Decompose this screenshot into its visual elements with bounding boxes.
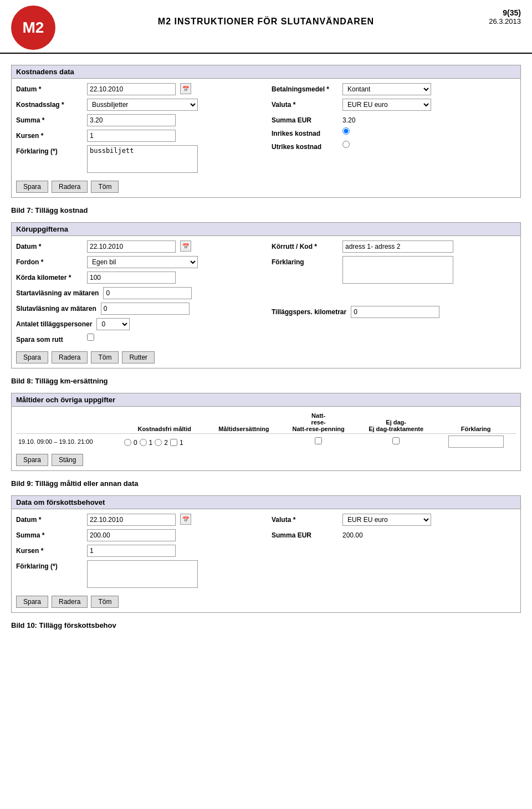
col-nattrese-text: Natt-rese-penning [293,426,345,432]
col-kostnadsfri: Kostnadsfri måltid [122,411,207,434]
kostnadsslag-label: Kostnadsslag * [16,99,83,109]
kor-datum-input[interactable] [87,240,176,253]
betalningsmedel-select[interactable]: Kontant [342,83,431,95]
kor-forklaring-textarea[interactable] [342,256,453,284]
utrikes-radio[interactable] [342,141,350,148]
spara-som-rutt-checkbox[interactable] [87,334,94,341]
spara-button[interactable]: Spara [16,181,48,193]
nattrese-checkbox[interactable] [315,437,322,444]
radera-button[interactable]: Radera [52,181,88,193]
kor-rutter-button[interactable]: Rutter [122,351,155,363]
slutavlasning-input[interactable] [101,303,190,315]
checkbox-1[interactable] [170,439,177,446]
maltid-header-row: Kostnadsfri måltid Måltidsersättning Nat… [16,411,516,434]
radio-kostnadsfri-2[interactable] [155,439,162,446]
tillaggspers-input[interactable] [351,306,439,318]
kor-two-col: Datum * 📅 Fordon * Egen bil Körda kilome… [16,240,516,347]
forklaring-row: Förklaring (*) bussbiljett [16,145,260,173]
forskott-col-left: Datum * 📅 Summa * Kursen * [16,514,260,591]
forskott-tom-button[interactable]: Töm [91,596,119,608]
ej-dag-checkbox[interactable] [392,437,400,444]
forskott-forklaring-row: Förklaring (*) [16,560,260,588]
caption-7: Bild 7: Tillägg kostnad [11,206,521,214]
korrutt-row: Körrutt / Kod * [272,240,516,253]
kor-datum-row: Datum * 📅 [16,240,260,253]
antalet-select[interactable]: 0 [96,318,130,330]
forklaring-textarea[interactable]: bussbiljett [87,145,198,173]
col-forklaring: Förklaring [436,411,516,434]
radio-kostnadsfri-0[interactable] [124,439,131,446]
forskott-spara-button[interactable]: Spara [16,596,48,608]
caption-10: Bild 10: Tillägg förskottsbehov [11,621,521,629]
tillaggspers-row: Tilläggspers. kilometrar [272,306,516,318]
kostnad-col-right: Betalningsmedel * Kontant Valuta * EUR E… [272,83,516,176]
header-date: 26.3.2013 [477,17,521,25]
panel-kostnad: Kostnadens data Datum * 📅 Kostnadsslag *… [11,65,521,198]
forskott-summa-row: Summa * [16,529,260,541]
slutavlasning-label: Slutavläsning av mätaren [16,303,96,313]
forskott-kursen-input[interactable] [87,545,176,557]
maltid-stang-button[interactable]: Stäng [52,454,83,466]
forskott-calendar-icon[interactable]: 📅 [180,514,191,525]
inrikes-radio[interactable] [342,127,350,135]
spara-som-rutt-label: Spara som rutt [16,334,83,344]
datum-input[interactable] [87,83,176,95]
forskott-kursen-label: Kursen * [16,545,83,555]
datum-calendar-icon[interactable]: 📅 [180,83,191,94]
page-title: M2 INSTRUKTIONER FÖR SLUTANVÄNDAREN [158,17,374,26]
kursen-input[interactable] [87,130,176,142]
caption-7-text: Bild 7: Tillägg kostnad [11,206,88,214]
kor-col-right: Körrutt / Kod * Förklaring Tilläggspers.… [272,240,516,347]
radio-2-label: 2 [164,439,168,447]
summa-input[interactable] [87,114,176,126]
page-number: 9(35) [477,8,521,17]
forskott-valuta-select[interactable]: EUR EU euro [342,514,431,526]
maltid-spara-button[interactable]: Spara [16,454,48,466]
kor-radera-button[interactable]: Radera [52,351,88,363]
summa-label: Summa * [16,114,83,124]
valuta-select[interactable]: EUR EU euro [342,99,431,111]
inrikes-label: Inrikes kostnad [272,127,338,137]
korda-km-row: Körda kilometer * [16,272,260,284]
forskott-forklaring-label: Förklaring (*) [16,560,83,570]
fordon-select[interactable]: Egen bil [87,256,198,268]
forskott-summa-eur-label: Summa EUR [272,529,338,539]
maltid-forklaring-input[interactable] [448,436,504,448]
panel-forskott-body: Datum * 📅 Summa * Kursen * [12,509,520,612]
main-content: Kostnadens data Datum * 📅 Kostnadsslag *… [0,59,532,643]
panel-forskott: Data om förskottsbehovet Datum * 📅 Summa… [11,495,521,613]
forskott-radera-button[interactable]: Radera [52,596,88,608]
maltid-ej-dag-cell [356,434,436,450]
startavlasning-row: Startavläsning av mätaren [16,287,260,299]
kor-col-left: Datum * 📅 Fordon * Egen bil Körda kilome… [16,240,260,347]
tom-button[interactable]: Töm [91,181,119,193]
utrikes-label: Utrikes kostnad [272,141,338,151]
forskott-forklaring-textarea[interactable] [87,560,198,588]
korrutt-input[interactable] [342,240,453,253]
antalet-row: Antalet tilläggspersoner 0 [16,318,260,330]
forskott-summa-input[interactable] [87,529,176,541]
col-ej-dag: Ej dag-Ej dag-traktamente [356,411,436,434]
panel-kor-body: Datum * 📅 Fordon * Egen bil Körda kilome… [12,236,520,368]
kostnad-two-col: Datum * 📅 Kostnadsslag * Bussbiljetter S… [16,83,516,176]
maltid-data-row: 19.10. 09:00 – 19.10. 21:00 0 1 2 1 [16,434,516,450]
forskott-datum-input[interactable] [87,514,176,526]
forklaring-label: Förklaring (*) [16,145,83,155]
summa-eur-label: Summa EUR [272,114,338,124]
maltid-nattrese-cell [280,434,356,450]
betalningsmedel-label: Betalningsmedel * [272,83,338,93]
kostnad-col-left: Datum * 📅 Kostnadsslag * Bussbiljetter S… [16,83,260,176]
korda-km-input[interactable] [87,272,176,284]
kor-calendar-icon[interactable]: 📅 [180,240,191,252]
kor-spara-button[interactable]: Spara [16,351,48,363]
kor-tom-button[interactable]: Töm [91,351,119,363]
startavlasning-input[interactable] [103,287,192,299]
forskott-kursen-row: Kursen * [16,545,260,557]
kostnadsslag-select[interactable]: Bussbiljetter [87,99,198,111]
slutavlasning-row: Slutavläsning av mätaren [16,303,260,315]
caption-8: Bild 8: Tillägg km-ersättning [11,377,521,385]
logo-text: M2 [23,19,44,37]
radio-kostnadsfri-1[interactable] [140,439,147,446]
valuta-row: Valuta * EUR EU euro [272,99,516,111]
datum-row: Datum * 📅 [16,83,260,95]
